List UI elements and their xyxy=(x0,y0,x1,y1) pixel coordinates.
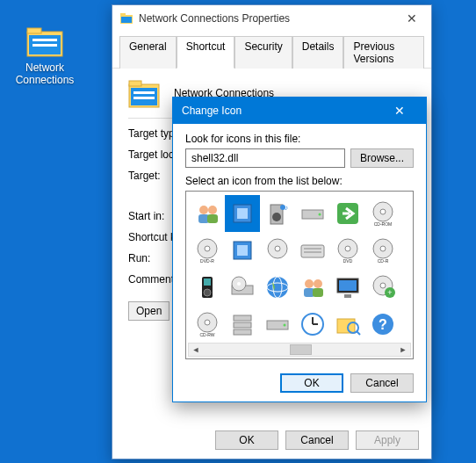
people-group-icon[interactable] xyxy=(190,195,225,232)
cd-rom-disc-icon[interactable]: CD-ROM xyxy=(365,195,400,232)
svg-text:CD-RW: CD-RW xyxy=(199,332,214,337)
blue-disc-icon[interactable] xyxy=(260,232,295,269)
svg-rect-33 xyxy=(237,245,248,256)
blue-chip-icon[interactable] xyxy=(225,232,260,269)
disc-drive-icon[interactable] xyxy=(225,269,260,306)
select-icon-label: Select an icon from the list below: xyxy=(185,175,414,187)
svg-point-35 xyxy=(275,246,280,251)
svg-point-24 xyxy=(319,213,321,216)
svg-rect-68 xyxy=(234,315,251,321)
svg-line-78 xyxy=(357,331,360,335)
horizontal-scrollbar[interactable]: ◄ ► xyxy=(188,343,411,357)
svg-text:DVD-R: DVD-R xyxy=(200,258,214,264)
svg-rect-1 xyxy=(27,28,41,33)
svg-point-50 xyxy=(237,282,241,286)
svg-point-27 xyxy=(380,209,386,214)
clock-icon[interactable] xyxy=(295,306,330,343)
mp3-player-icon[interactable] xyxy=(190,269,225,306)
svg-rect-60 xyxy=(344,294,351,298)
tab-shortcut[interactable]: Shortcut xyxy=(177,36,235,69)
svg-rect-36 xyxy=(301,245,324,257)
properties-title: Network Connections Properties xyxy=(139,12,392,25)
ok-button[interactable]: OK xyxy=(280,373,343,393)
svg-rect-18 xyxy=(237,208,248,219)
scroll-right-arrow[interactable]: ► xyxy=(396,344,410,356)
svg-point-20 xyxy=(272,213,281,221)
tab-general[interactable]: General xyxy=(119,36,177,69)
close-button[interactable]: ✕ xyxy=(392,6,431,31)
svg-point-43 xyxy=(380,246,386,251)
svg-text:+: + xyxy=(387,288,392,297)
item-icon xyxy=(128,77,160,109)
svg-point-54 xyxy=(305,279,314,288)
properties-footer: OK Cancel Apply xyxy=(215,430,419,450)
disc-plus-icon[interactable]: + xyxy=(365,269,400,306)
icon-list: ♪CD-ROMDVD-RDVDCD-R+CD-RW? ◄ ► xyxy=(185,191,414,359)
svg-point-51 xyxy=(267,277,288,298)
svg-text:?: ? xyxy=(379,317,387,332)
svg-point-13 xyxy=(199,206,208,214)
icon-file-path-input[interactable] xyxy=(185,148,345,168)
monitor-icon[interactable] xyxy=(330,269,365,306)
svg-point-47 xyxy=(204,289,211,296)
svg-point-56 xyxy=(314,279,322,288)
browse-button[interactable]: Browse... xyxy=(350,148,414,168)
drive-icon[interactable] xyxy=(295,195,330,232)
svg-point-72 xyxy=(284,324,286,327)
svg-text:♪: ♪ xyxy=(285,204,288,212)
cd-rw-disc-icon[interactable]: CD-RW xyxy=(190,306,225,343)
svg-rect-70 xyxy=(234,329,251,335)
computer-chip-icon[interactable] xyxy=(225,195,260,232)
dvd-r-disc-icon[interactable]: DVD-R xyxy=(190,232,225,269)
folder-icon xyxy=(119,11,133,25)
svg-rect-76 xyxy=(337,319,355,333)
scroll-left-arrow[interactable]: ◄ xyxy=(189,344,203,356)
tabs-bar: General Shortcut Security Details Previo… xyxy=(112,32,431,69)
svg-rect-46 xyxy=(204,279,211,286)
desktop-shortcut-label: Network Connections xyxy=(14,61,76,86)
apply-button: Apply xyxy=(356,430,419,450)
change-icon-dialog: Change Icon ✕ Look for icons in this fil… xyxy=(172,97,427,402)
svg-text:CD-R: CD-R xyxy=(378,258,389,264)
cancel-button[interactable]: Cancel xyxy=(285,430,349,450)
server-icon[interactable] xyxy=(225,306,260,343)
two-people-icon[interactable] xyxy=(295,269,330,306)
svg-text:DVD: DVD xyxy=(343,258,353,264)
properties-titlebar[interactable]: Network Connections Properties ✕ xyxy=(112,5,431,32)
tab-previous-versions[interactable]: Previous Versions xyxy=(343,36,424,69)
tab-security[interactable]: Security xyxy=(234,36,292,69)
svg-rect-12 xyxy=(133,97,155,99)
speaker-music-icon[interactable]: ♪ xyxy=(260,195,295,232)
folder-icon xyxy=(26,26,63,58)
scroll-track[interactable] xyxy=(203,344,396,356)
ok-button[interactable]: OK xyxy=(215,430,278,450)
svg-rect-59 xyxy=(339,280,357,291)
scroll-thumb[interactable] xyxy=(290,344,312,355)
svg-point-66 xyxy=(205,320,210,325)
dvd-disc-icon[interactable]: DVD xyxy=(330,232,365,269)
change-icon-titlebar[interactable]: Change Icon ✕ xyxy=(173,98,426,124)
search-folder-icon[interactable] xyxy=(330,306,365,343)
globe-icon[interactable] xyxy=(260,269,295,306)
look-for-icons-label: Look for icons in this file: xyxy=(185,133,414,145)
svg-point-40 xyxy=(345,246,350,251)
keyboard-icon[interactable] xyxy=(295,232,330,269)
tab-details[interactable]: Details xyxy=(292,36,344,69)
svg-rect-7 xyxy=(121,17,132,23)
change-icon-footer: OK Cancel xyxy=(173,368,426,402)
cancel-button[interactable]: Cancel xyxy=(350,373,414,393)
svg-point-30 xyxy=(205,246,210,251)
svg-point-15 xyxy=(208,206,217,214)
svg-rect-9 xyxy=(129,81,141,86)
arrow-right-icon[interactable] xyxy=(330,195,365,232)
cd-r-disc-icon[interactable]: CD-R xyxy=(365,232,400,269)
desktop-shortcut-network-connections[interactable]: Network Connections xyxy=(14,26,76,86)
close-button[interactable]: ✕ xyxy=(382,104,417,118)
open-file-location-button[interactable]: Open xyxy=(128,301,169,321)
svg-text:CD-ROM: CD-ROM xyxy=(374,221,393,227)
hard-drive-icon[interactable] xyxy=(260,306,295,343)
svg-rect-57 xyxy=(313,288,323,297)
help-question-icon[interactable]: ? xyxy=(365,306,400,343)
svg-rect-6 xyxy=(120,13,126,16)
change-icon-title: Change Icon xyxy=(182,105,382,117)
